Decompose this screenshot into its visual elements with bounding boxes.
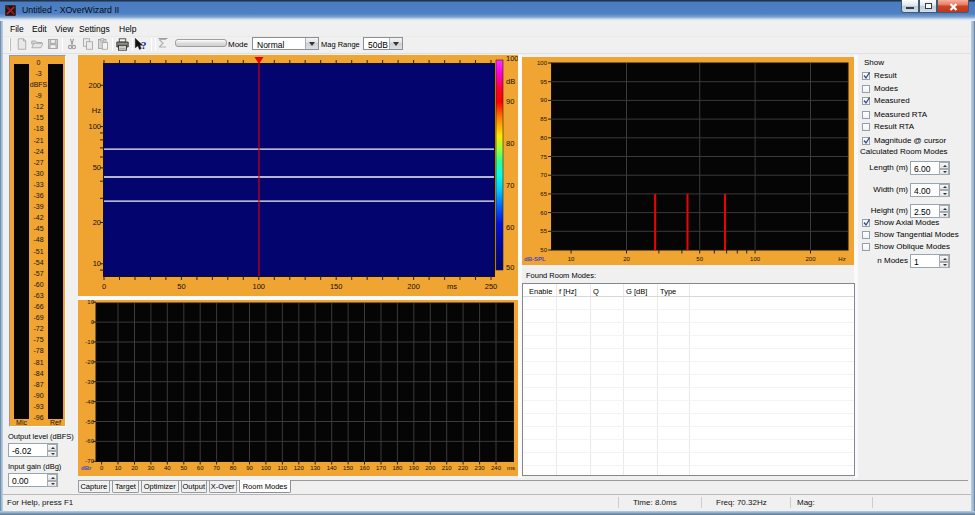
svg-text:180: 180 (392, 465, 403, 471)
svg-text:220: 220 (458, 465, 469, 471)
svg-text:50: 50 (93, 163, 101, 172)
svg-text:30: 30 (148, 465, 155, 471)
svg-text:200: 200 (88, 81, 101, 90)
svg-text:dB-SPL: dB-SPL (524, 256, 546, 262)
svg-text:100: 100 (88, 122, 101, 131)
svg-text:?: ? (141, 39, 146, 51)
svg-text:90: 90 (506, 97, 514, 106)
svg-text:80: 80 (540, 135, 547, 141)
svg-text:50: 50 (540, 247, 547, 253)
svg-text:10: 10 (568, 256, 575, 262)
svg-text:10: 10 (115, 465, 122, 471)
svg-text:70: 70 (213, 465, 220, 471)
svg-text:50: 50 (506, 263, 514, 272)
svg-text:dB: dB (506, 77, 515, 86)
svg-text:210: 210 (442, 465, 453, 471)
svg-text:100: 100 (750, 256, 761, 262)
svg-text:20: 20 (93, 218, 101, 227)
svg-text:80: 80 (506, 139, 514, 148)
svg-text:10: 10 (93, 259, 101, 268)
svg-text:50: 50 (180, 465, 187, 471)
svg-text:60: 60 (197, 465, 204, 471)
svg-text:90: 90 (246, 465, 253, 471)
svg-text:20: 20 (623, 256, 630, 262)
svg-text:ms: ms (507, 465, 515, 471)
svg-text:160: 160 (359, 465, 370, 471)
svg-text:20: 20 (131, 465, 138, 471)
svg-text:95: 95 (540, 79, 547, 85)
svg-text:55: 55 (540, 228, 547, 234)
svg-text:80: 80 (230, 465, 237, 471)
svg-text:150: 150 (343, 465, 354, 471)
svg-text:250: 250 (485, 282, 498, 291)
svg-text:240: 240 (491, 465, 502, 471)
svg-text:200: 200 (425, 465, 436, 471)
svg-text:85: 85 (540, 116, 547, 122)
svg-text:200: 200 (407, 282, 420, 291)
svg-text:0: 0 (102, 282, 106, 291)
svg-text:40: 40 (164, 465, 171, 471)
svg-text:100: 100 (537, 60, 548, 66)
svg-text:190: 190 (409, 465, 420, 471)
svg-text:Hz: Hz (92, 106, 101, 115)
svg-text:50: 50 (696, 256, 703, 262)
svg-text:75: 75 (540, 154, 547, 160)
svg-text:60: 60 (506, 223, 514, 232)
svg-text:70: 70 (540, 172, 547, 178)
svg-text:50: 50 (177, 282, 185, 291)
svg-text:100: 100 (253, 282, 266, 291)
svg-text:ms: ms (447, 282, 457, 291)
svg-text:170: 170 (376, 465, 387, 471)
svg-text:100: 100 (261, 465, 272, 471)
svg-text:60: 60 (540, 210, 547, 216)
svg-text:dBr: dBr (81, 465, 92, 471)
svg-text:110: 110 (278, 465, 288, 471)
svg-text:90: 90 (540, 97, 547, 103)
svg-text:230: 230 (475, 465, 486, 471)
svg-text:65: 65 (540, 191, 547, 197)
svg-text:70: 70 (506, 181, 514, 190)
svg-text:100: 100 (506, 55, 518, 63)
svg-text:120: 120 (294, 465, 305, 471)
svg-text:140: 140 (327, 465, 338, 471)
svg-text:150: 150 (330, 282, 343, 291)
svg-text:130: 130 (310, 465, 321, 471)
